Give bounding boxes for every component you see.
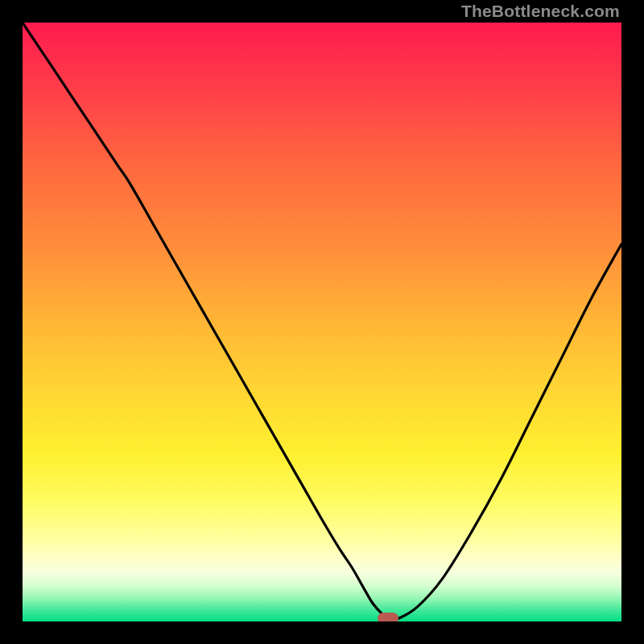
optimal-point-marker (378, 613, 398, 621)
plot-area (23, 23, 621, 621)
watermark-text: TheBottleneck.com (461, 2, 620, 21)
chart-stage: TheBottleneck.com (0, 0, 644, 644)
bottleneck-curve (23, 23, 621, 621)
